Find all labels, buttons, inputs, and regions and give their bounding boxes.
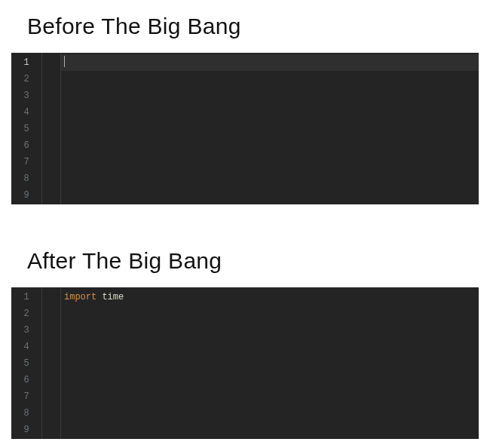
code-line[interactable]: import time [64,289,479,305]
heading-after: After The Big Bang [27,248,490,274]
code-area[interactable] [61,53,479,204]
line-number: 2 [11,71,41,87]
line-number: 4 [11,339,41,355]
indent-guide [42,53,61,204]
line-number: 1 [11,54,41,71]
line-gutter: 1 2 3 4 5 6 7 8 9 [11,287,41,439]
line-number: 8 [11,170,41,187]
line-number: 7 [11,388,41,405]
code-area[interactable]: import time [61,287,479,439]
line-number: 6 [11,137,41,154]
line-number: 2 [11,305,41,322]
keyword-token: import [64,292,96,302]
code-line[interactable] [64,54,479,71]
line-number: 8 [11,405,41,422]
heading-before: Before The Big Bang [27,14,490,39]
code-editor-before[interactable]: 1 2 3 4 5 6 7 8 9 [11,53,479,204]
line-number: 3 [11,322,41,339]
line-number: 6 [11,372,41,388]
line-number: 9 [11,187,41,204]
line-number: 5 [11,121,41,137]
text-cursor-icon [64,56,65,67]
line-number: 5 [11,355,41,372]
indent-guide [42,287,61,439]
module-token: time [102,292,124,302]
line-number: 1 [11,289,41,305]
line-gutter: 1 2 3 4 5 6 7 8 9 [11,53,41,204]
line-number: 7 [11,154,41,170]
line-number: 3 [11,87,41,104]
line-number: 4 [11,104,41,121]
line-number: 9 [11,422,41,438]
code-editor-after[interactable]: 1 2 3 4 5 6 7 8 9 import time [11,287,479,439]
